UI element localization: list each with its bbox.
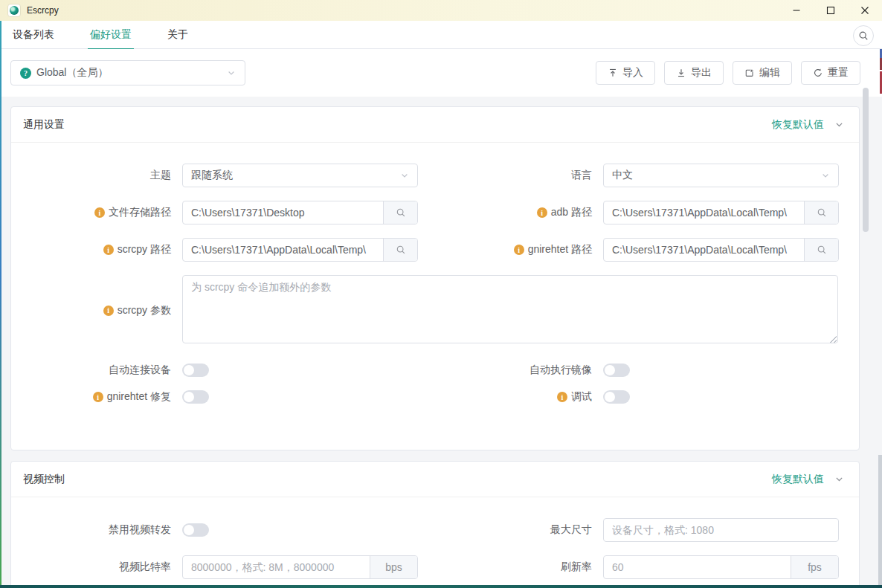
window-title: Escrcpy (27, 5, 59, 16)
browse-adb-path-button[interactable] (804, 201, 838, 224)
minimize-icon (792, 6, 801, 15)
scrcpy-args-textarea[interactable] (182, 275, 838, 343)
scrollbar-thumb[interactable] (863, 88, 869, 232)
theme-value: 跟随系统 (191, 169, 400, 182)
info-icon (94, 207, 105, 218)
collapse-chevron-icon[interactable] (834, 474, 844, 484)
fps-input[interactable] (604, 556, 791, 578)
collapse-chevron-icon[interactable] (834, 120, 844, 129)
search-button[interactable] (853, 25, 874, 46)
max-size-label: 最大尺寸 (550, 523, 592, 537)
window-edge-bottom (0, 585, 882, 588)
auto-connect-toggle[interactable] (182, 364, 209, 377)
export-button[interactable]: 导出 (664, 61, 724, 85)
form-row: 禁用视频转发 最大尺寸 (11, 518, 859, 542)
form-row: 主题 跟随系统 语言 中文 (11, 164, 859, 187)
search-icon (817, 245, 827, 255)
file-path-label: 文件存储路径 (109, 206, 171, 219)
language-label: 语言 (571, 169, 592, 182)
browse-scrcpy-path-button[interactable] (383, 239, 417, 261)
question-circle-icon (20, 68, 31, 79)
search-icon (817, 207, 827, 218)
chevron-down-icon (821, 171, 830, 180)
theme-select[interactable]: 跟随系统 (182, 164, 418, 187)
restore-defaults-link[interactable]: 恢复默认值 (772, 118, 824, 132)
section-title-general: 通用设置 (23, 118, 65, 132)
chevron-down-icon (400, 171, 409, 180)
info-icon (557, 392, 567, 402)
debug-toggle[interactable] (603, 390, 630, 404)
debug-label: 调试 (571, 390, 592, 404)
form-row: 文件存储路径 adb 路径 (11, 201, 859, 224)
browse-gnirehtet-path-button[interactable] (804, 239, 838, 261)
search-icon (858, 30, 869, 41)
tab-label: 设备列表 (13, 28, 54, 42)
app-logo-icon (7, 4, 21, 17)
export-label: 导出 (691, 66, 712, 80)
tab-preferences[interactable]: 偏好设置 (88, 21, 134, 49)
fps-label: 刷新率 (561, 560, 592, 574)
scope-value: Global（全局） (36, 66, 227, 80)
upload-icon (608, 68, 618, 78)
disable-video-toggle[interactable] (182, 523, 209, 537)
import-button[interactable]: 导入 (596, 61, 655, 85)
download-icon (676, 68, 686, 78)
theme-label: 主题 (150, 169, 171, 182)
toolbar: Global（全局） 导入 导出 编辑 (0, 49, 882, 97)
max-size-input[interactable] (604, 519, 838, 541)
bitrate-label: 视频比特率 (119, 560, 171, 574)
adb-path-label: adb 路径 (551, 206, 592, 219)
minimize-button[interactable] (779, 0, 814, 21)
video-control-card: 视频控制 恢复默认值 禁用视频转发 最大尺寸 视频比特率 (10, 461, 860, 588)
disable-video-label: 禁用视频转发 (109, 523, 171, 537)
section-title-video: 视频控制 (23, 473, 65, 486)
refresh-icon (813, 68, 823, 78)
edit-label: 编辑 (759, 66, 780, 80)
titlebar: Escrcpy (0, 0, 882, 21)
form-row: scrcpy 参数 (11, 275, 859, 346)
adb-path-input[interactable] (604, 201, 804, 224)
info-icon (537, 207, 547, 218)
gnirehtet-path-input[interactable] (604, 239, 804, 261)
window-edge-left (0, 21, 1, 585)
tabbar: 设备列表 偏好设置 关于 (0, 21, 882, 49)
browse-file-path-button[interactable] (383, 201, 417, 224)
tab-label: 关于 (167, 28, 188, 42)
edit-button[interactable]: 编辑 (733, 61, 792, 85)
maximize-icon (826, 6, 835, 15)
form-row: gnirehtet 修复 调试 (11, 390, 859, 404)
form-row: 视频比特率 bps 刷新率 fps (11, 555, 859, 579)
file-path-input[interactable] (183, 201, 383, 224)
fps-unit: fps (791, 556, 838, 578)
info-icon (103, 245, 114, 255)
search-icon (396, 207, 406, 218)
reset-label: 重置 (828, 66, 849, 80)
tab-label: 偏好设置 (90, 28, 132, 42)
scrcpy-args-label: scrcpy 参数 (118, 304, 171, 317)
language-select[interactable]: 中文 (603, 164, 839, 187)
restore-defaults-link[interactable]: 恢复默认值 (772, 473, 824, 486)
tab-about[interactable]: 关于 (165, 21, 190, 49)
gnirehtet-fix-toggle[interactable] (182, 390, 209, 404)
scope-select[interactable]: Global（全局） (10, 60, 245, 85)
import-label: 导入 (622, 66, 643, 80)
scrcpy-path-input[interactable] (183, 239, 383, 261)
reset-button[interactable]: 重置 (801, 61, 860, 85)
scrcpy-path-label: scrcpy 路径 (118, 243, 171, 256)
close-button[interactable] (848, 0, 882, 21)
form-row: scrcpy 路径 gnirehtet 路径 (11, 238, 859, 262)
bitrate-input[interactable] (183, 556, 370, 578)
search-icon (396, 245, 406, 255)
info-icon (93, 392, 103, 402)
general-settings-card: 通用设置 恢复默认值 主题 跟随系统 语言 中文 (10, 106, 860, 450)
tab-device-list[interactable]: 设备列表 (10, 21, 57, 49)
language-value: 中文 (612, 169, 821, 182)
auto-connect-label: 自动连接设备 (109, 364, 171, 377)
info-icon (103, 306, 114, 316)
chevron-down-icon (227, 68, 236, 77)
gnirehtet-path-label: gnirehtet 路径 (528, 243, 592, 256)
auto-mirror-toggle[interactable] (603, 364, 630, 377)
form-row: 自动连接设备 自动执行镜像 (11, 364, 859, 377)
maximize-button[interactable] (814, 0, 848, 21)
edit-icon (744, 68, 755, 78)
